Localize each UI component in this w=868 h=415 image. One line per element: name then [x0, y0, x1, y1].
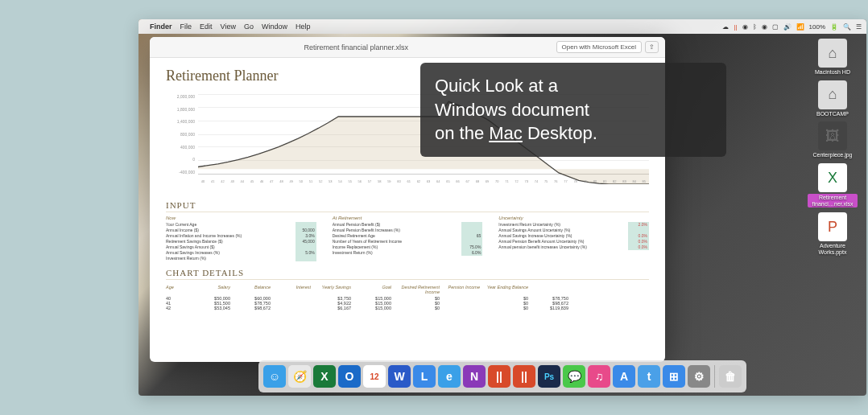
dock-itunes[interactable]: ♫: [588, 365, 610, 388]
dropbox-icon[interactable]: ☁: [722, 23, 729, 31]
input-row: Annual Income ($)50,000: [166, 228, 316, 233]
wifi-signal-icon[interactable]: 📶: [796, 23, 804, 31]
dock-settings[interactable]: ⚙: [688, 365, 710, 388]
input-row: Income Replacement (%)75.0%: [333, 244, 483, 250]
dock-onenote[interactable]: N: [463, 365, 486, 388]
input-row: Annual Savings Increase Uncertainty (%)0…: [498, 233, 649, 239]
input-col-retirement: At Retirement Annual Pension Benefit ($)…: [333, 216, 483, 261]
dock-calendar[interactable]: 12: [363, 365, 386, 388]
desktop-icon-retirement-xlsx[interactable]: X Retirement financi…ner.xlsx: [807, 163, 858, 208]
powerpoint-file-icon: P: [818, 212, 847, 241]
input-row: Retirement Savings Balance ($)45,000: [166, 239, 316, 244]
input-row: Investment Return (%)6.0%: [333, 250, 483, 256]
dock-outlook[interactable]: O: [338, 365, 361, 388]
dock-photoshop[interactable]: Ps: [538, 365, 560, 388]
dock-parallels[interactable]: ||: [488, 365, 510, 388]
dock-lync[interactable]: L: [413, 365, 436, 388]
dock-messages[interactable]: 💬: [563, 365, 585, 388]
quicklook-title: Retirement financial planner.xlsx: [156, 43, 556, 51]
share-button[interactable]: ⇪: [645, 41, 659, 53]
image-file-icon: 🖼: [818, 121, 847, 150]
input-row: Desired Retirement Age65: [333, 233, 483, 239]
dock-safari[interactable]: 🧭: [288, 365, 311, 388]
menubar: Finder File Edit View Go Window Help ☁ |…: [138, 19, 866, 34]
airplay-icon[interactable]: ▢: [772, 23, 779, 31]
notification-icon[interactable]: ☰: [856, 23, 862, 31]
desktop-icon-centerpiece[interactable]: 🖼 Centerpiece.jpg: [807, 121, 858, 158]
chart-details-heading: CHART DETAILS: [166, 268, 649, 280]
input-row: Annual Inflation and Income Increases (%…: [166, 233, 316, 239]
parallels-icon[interactable]: ||: [734, 23, 737, 31]
input-row: Annual Savings Amount ($): [166, 244, 316, 250]
dock-appstore[interactable]: A: [613, 365, 635, 388]
battery-icon[interactable]: 🔋: [830, 23, 838, 31]
input-row: Investment Return Uncertainty (%)2.0%: [498, 222, 649, 228]
camera-icon[interactable]: ◉: [742, 23, 748, 31]
desktop-icons: ⌂ Macintosh HD ⌂ BOOTCAMP 🖼 Centerpiece.…: [807, 39, 858, 256]
dock-twitter[interactable]: t: [638, 365, 660, 388]
desktop-icon-bootcamp[interactable]: ⌂ BOOTCAMP: [807, 80, 858, 117]
input-row: Annual Pension Benefit Amount Uncertaint…: [498, 239, 649, 244]
wifi-icon[interactable]: ◉: [762, 23, 767, 31]
input-row: Number of Years of Retirement Income: [333, 239, 483, 244]
mac-desktop: Finder File Edit View Go Window Help ☁ |…: [138, 19, 866, 396]
drive-icon: ⌂: [818, 80, 847, 109]
battery-percent[interactable]: 100%: [809, 23, 825, 31]
menu-help[interactable]: Help: [296, 23, 311, 31]
annotation-overlay: Quick Look at a Windows document on the …: [420, 63, 726, 157]
open-with-button[interactable]: Open with Microsoft Excel: [556, 41, 642, 53]
spotlight-icon[interactable]: 🔍: [843, 23, 851, 31]
chart-x-axis: 4041424344454647484950515253545556575859…: [198, 179, 649, 191]
desktop-icon-macintosh-hd[interactable]: ⌂ Macintosh HD: [807, 39, 858, 76]
dock-parallels2[interactable]: ||: [513, 365, 535, 388]
dock-ie[interactable]: e: [438, 365, 461, 388]
dock-trash[interactable]: 🗑: [719, 365, 742, 388]
dock-finder[interactable]: ☺: [263, 365, 286, 388]
menu-view[interactable]: View: [221, 23, 236, 31]
dock-windows[interactable]: ⊞: [663, 365, 685, 388]
input-row: Investment Return (%): [166, 256, 316, 261]
input-row: Annual Pension Benefit ($): [333, 222, 483, 228]
input-heading: INPUT: [166, 200, 649, 212]
dock: ☺🧭XO12WLeN||||Ps💬♫At⊞⚙🗑: [258, 360, 746, 392]
menubar-right: ☁ || ◉ ᛒ ◉ ▢ 🔊 📶 100% 🔋 🔍 ☰: [722, 23, 862, 31]
chart-details-table: AgeSalaryBalanceInterestYearly SavingsGo…: [166, 285, 649, 310]
menu-window[interactable]: Window: [262, 23, 287, 31]
menu-file[interactable]: File: [180, 23, 192, 31]
input-col-uncertainty: Uncertainty Investment Return Uncertaint…: [498, 216, 649, 261]
menubar-app[interactable]: Finder: [150, 23, 172, 31]
input-row: Annual Savings Increases (%)5.0%: [166, 250, 316, 256]
bluetooth-icon[interactable]: ᛒ: [753, 23, 757, 31]
volume-icon[interactable]: 🔊: [783, 23, 792, 31]
menu-go[interactable]: Go: [244, 23, 254, 31]
menu-edit[interactable]: Edit: [200, 23, 213, 31]
dock-excel[interactable]: X: [313, 365, 336, 388]
input-col-now: Now Your Current AgeAnnual Income ($)50,…: [166, 216, 316, 261]
excel-file-icon: X: [818, 163, 847, 192]
input-section: Now Your Current AgeAnnual Income ($)50,…: [166, 216, 649, 261]
dock-word[interactable]: W: [388, 365, 411, 388]
input-row: Annual pension benefit increases Uncerta…: [498, 244, 649, 250]
input-row: Annual Savings Amount Uncertainty (%): [498, 228, 649, 233]
desktop-icon-adventure-pptx[interactable]: P Adventure Works.pptx: [807, 212, 858, 255]
input-row: Your Current Age: [166, 222, 316, 228]
quicklook-titlebar[interactable]: Retirement financial planner.xlsx Open w…: [150, 37, 665, 58]
chart-y-axis: 2,000,000 1,800,000 1,400,000 800,000 40…: [167, 94, 195, 175]
input-row: Annual Pension Benefit Increases (%): [333, 228, 483, 233]
table-row: 42$53,045$98,672$6,167$15,000$0$0$119,83…: [166, 306, 649, 310]
drive-icon: ⌂: [818, 39, 847, 68]
